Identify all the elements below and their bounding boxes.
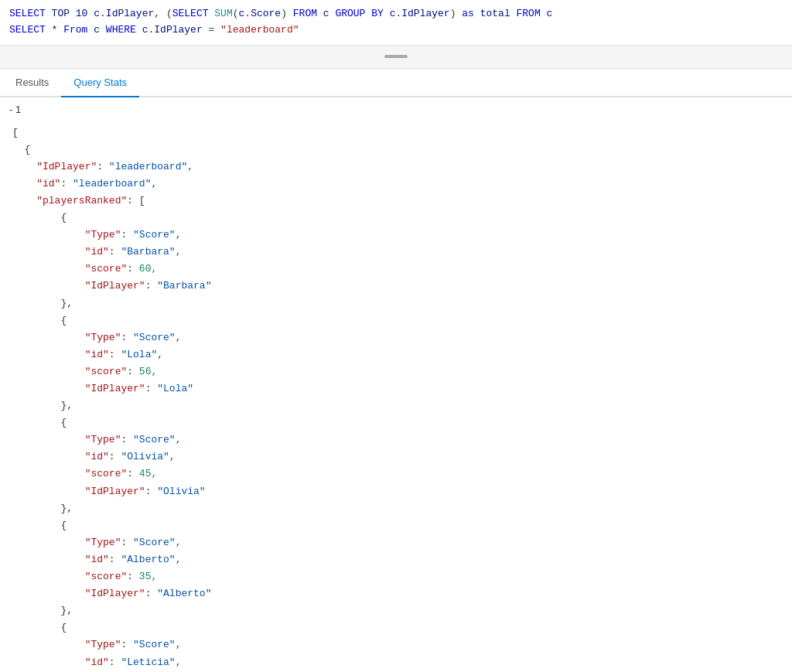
json-line: "id": "Lola", xyxy=(12,346,780,363)
json-line: }, xyxy=(12,295,780,312)
drag-handle-icon xyxy=(384,55,408,58)
json-line: "Type": "Score", xyxy=(12,329,780,346)
results-count: - 1 xyxy=(0,97,792,121)
sql-editor[interactable]: SELECT TOP 10 c.IdPlayer, (SELECT SUM(c.… xyxy=(0,0,792,46)
json-line: "IdPlayer": "Alberto" xyxy=(12,585,780,602)
json-line: "score": 45, xyxy=(12,466,780,483)
json-line: "id": "Olivia", xyxy=(12,449,780,466)
json-line: "IdPlayer": "Olivia" xyxy=(12,483,780,500)
json-output: [ { "IdPlayer": "leaderboard", "id": "le… xyxy=(0,121,792,672)
json-line: "id": "leaderboard", xyxy=(12,176,780,193)
json-line: "id": "Barbara", xyxy=(12,244,780,261)
json-line: { xyxy=(12,414,780,432)
tab-query-stats[interactable]: Query Stats xyxy=(61,69,139,97)
json-line: "score": 56, xyxy=(12,363,780,380)
json-line: }, xyxy=(12,602,780,619)
sql-line: SELECT * From c WHERE c.IdPlayer = "lead… xyxy=(9,22,783,39)
json-line: { xyxy=(12,142,780,159)
json-line: { xyxy=(12,312,780,329)
json-line: "playersRanked": [ xyxy=(12,193,780,210)
json-line: "score": 60, xyxy=(12,261,780,278)
json-line: { xyxy=(12,210,780,227)
json-line: "IdPlayer": "leaderboard", xyxy=(12,159,780,176)
json-line: }, xyxy=(12,397,780,414)
json-line: "Type": "Score", xyxy=(12,534,780,551)
json-line: "id": "Alberto", xyxy=(12,551,780,568)
divider[interactable] xyxy=(0,46,792,69)
json-line: "IdPlayer": "Lola" xyxy=(12,380,780,397)
json-line: "Type": "Score", xyxy=(12,227,780,244)
json-line: { xyxy=(12,517,780,534)
json-line: }, xyxy=(12,500,780,517)
json-line: "Type": "Score", xyxy=(12,432,780,449)
json-line: [ xyxy=(12,125,780,142)
json-line: "score": 35, xyxy=(12,568,780,585)
sql-line: SELECT TOP 10 c.IdPlayer, (SELECT SUM(c.… xyxy=(9,6,783,22)
json-line: { xyxy=(12,619,780,636)
json-line: "Type": "Score", xyxy=(12,636,780,653)
json-line: "id": "Leticia", xyxy=(12,654,780,671)
tabs-bar: ResultsQuery Stats xyxy=(0,69,792,97)
json-line: "IdPlayer": "Barbara" xyxy=(12,278,780,295)
tab-results[interactable]: Results xyxy=(3,69,61,97)
